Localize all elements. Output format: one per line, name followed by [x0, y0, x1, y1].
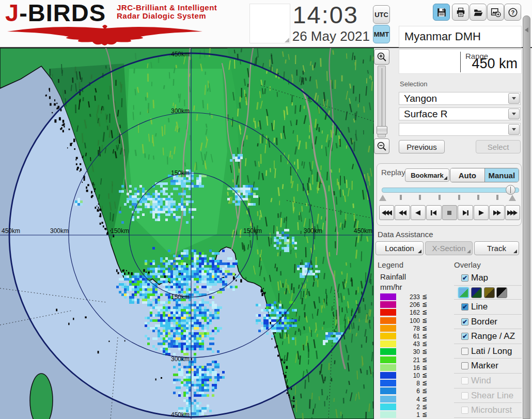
lte-symbol: ≦ — [422, 411, 427, 418]
open-folder-button[interactable] — [470, 4, 487, 21]
help-icon: ? — [508, 7, 518, 18]
rewind-button[interactable] — [395, 205, 410, 220]
chevron-down-icon[interactable] — [508, 108, 520, 119]
zoom-slider-thumb[interactable] — [377, 126, 387, 134]
border-checkbox[interactable]: ✔ — [461, 318, 468, 325]
xsection-button[interactable]: X-Section — [425, 241, 473, 255]
map-checkbox[interactable]: ✔ — [461, 274, 468, 282]
utc-button[interactable]: UTC — [373, 5, 390, 24]
lte-symbol: ≦ — [422, 379, 427, 386]
legend-value: 6 — [398, 387, 420, 395]
manual-button[interactable]: Manual — [484, 168, 519, 182]
xsection-label: X-Section — [432, 244, 465, 253]
legend-row: 2≦ — [378, 404, 434, 411]
forward-button[interactable] — [489, 205, 504, 220]
lte-symbol: ≦ — [422, 348, 427, 355]
lte-symbol: ≦ — [422, 317, 427, 324]
legend-color-swatch — [380, 325, 396, 332]
step-back-button[interactable] — [426, 205, 441, 220]
overlay-item-microburst: Microburst — [454, 403, 522, 418]
lati-long-checkbox[interactable] — [461, 348, 468, 355]
range-ring-label: 450km — [354, 227, 372, 235]
select-button[interactable]: Select — [476, 140, 521, 153]
play-button[interactable] — [474, 205, 489, 220]
slider-tick — [458, 195, 460, 200]
product-dropdown[interactable]: Surface R — [399, 107, 521, 120]
bookmark-button[interactable]: Bookmark — [405, 168, 449, 182]
zoom-slider[interactable] — [378, 66, 386, 137]
step-forward-button[interactable] — [458, 205, 473, 220]
map-style-swatch-1[interactable] — [458, 287, 469, 298]
zoom-out-button[interactable] — [374, 138, 389, 154]
wind-checkbox — [461, 377, 468, 384]
lte-symbol: ≦ — [422, 356, 427, 363]
site-dropdown-value: Yangon — [404, 93, 437, 104]
legend-color-swatch — [380, 356, 396, 363]
overlay-item-label: Border — [471, 317, 497, 327]
replay-slider-thumb[interactable] — [506, 185, 515, 195]
auto-button[interactable]: Auto — [450, 168, 484, 182]
zoom-in-button[interactable] — [374, 49, 389, 65]
forward-fast-icon — [507, 210, 518, 216]
legend-row: 30≦ — [378, 348, 434, 355]
magnifier-plus-icon — [377, 52, 387, 62]
slider-tick — [439, 195, 441, 200]
stop-button[interactable] — [442, 205, 457, 220]
legend-row: 233≦ — [378, 293, 434, 301]
map-style-swatch-4[interactable] — [496, 287, 507, 298]
save-button[interactable] — [433, 4, 450, 21]
print-icon — [456, 7, 466, 18]
legend-color-swatch — [380, 317, 396, 324]
legend-value: 78 — [398, 325, 420, 332]
replay-slider[interactable] — [382, 188, 519, 193]
track-button[interactable]: Track — [474, 241, 519, 255]
rewind-icon — [397, 210, 408, 216]
location-label: Location — [385, 244, 414, 253]
overlay-item-wind: Wind — [454, 374, 522, 389]
legend-color-swatch — [380, 404, 396, 410]
previous-button[interactable]: Previous — [399, 140, 445, 153]
folder-icon — [473, 7, 483, 18]
track-label: Track — [487, 244, 506, 253]
legend-color-swatch — [380, 301, 396, 308]
panel-collapse-handle[interactable] — [523, 15, 530, 419]
legend-value: 21 — [398, 356, 420, 364]
data-assistance-label: Data Assistance — [378, 230, 433, 239]
legend-color-swatch — [380, 387, 396, 394]
marker-checkbox[interactable] — [461, 362, 468, 369]
chevron-down-icon[interactable] — [508, 124, 520, 135]
station-box: Myanmar DMH — [399, 26, 522, 48]
legend-color-swatch — [380, 372, 396, 379]
legend-color-swatch — [380, 333, 396, 339]
site-dropdown[interactable]: Yangon — [399, 92, 521, 105]
legend-value: 2 — [398, 404, 420, 411]
image-capture-button[interactable] — [487, 4, 504, 21]
station-name: Myanmar DMH — [404, 30, 481, 43]
mmt-button[interactable]: MMT — [373, 25, 390, 43]
map-style-swatch-2[interactable] — [471, 287, 482, 298]
map-style-swatch-3[interactable] — [484, 287, 495, 298]
range-ring-label: 300km — [171, 355, 190, 363]
legend-row: 10≦ — [378, 372, 434, 379]
legend-value: 43 — [398, 340, 420, 348]
range-box: Range 450 km — [399, 49, 522, 74]
location-button[interactable]: Location — [375, 241, 424, 255]
range-az-checkbox[interactable]: ✔ — [461, 333, 468, 340]
extra-dropdown[interactable] — [399, 123, 521, 136]
radar-map[interactable]: 450km300km150km150km300km450km450km300km… — [0, 48, 374, 419]
legend-units: mm/hr — [380, 283, 402, 291]
overlay-list: ✔Map✔Line✔Border✔Range / AZLati / LongMa… — [454, 271, 522, 419]
overlay-item-label: Line — [471, 302, 488, 312]
print-button[interactable] — [452, 4, 469, 21]
forward-fast-button[interactable] — [505, 205, 520, 220]
legend-color-swatch — [380, 348, 396, 355]
play-back-button[interactable] — [411, 205, 426, 220]
overlay-item-range-az: ✔Range / AZ — [454, 329, 522, 344]
line-checkbox[interactable]: ✔ — [461, 303, 468, 311]
help-button[interactable]: ? — [504, 4, 521, 21]
legend-value: 233 — [398, 293, 420, 301]
rewind-fast-button[interactable] — [379, 205, 394, 220]
chevron-down-icon[interactable] — [508, 93, 520, 104]
auto-manual-toggle: Auto Manual — [450, 168, 519, 182]
legend-value: 10 — [398, 372, 420, 379]
